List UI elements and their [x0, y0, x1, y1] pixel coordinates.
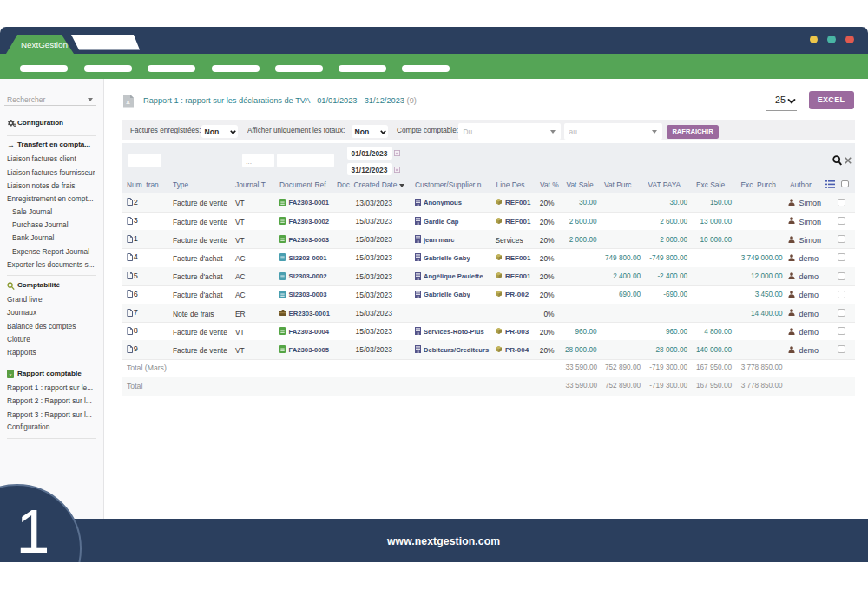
svg-text:x: x — [10, 372, 12, 377]
svg-text:x: x — [126, 98, 130, 106]
